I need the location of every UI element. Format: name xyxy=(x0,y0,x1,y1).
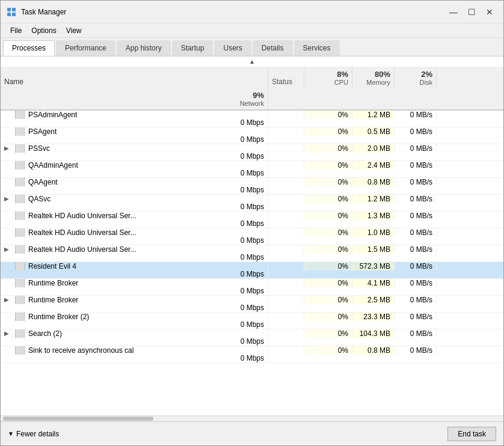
cell-status xyxy=(268,144,304,153)
cell-cpu: 0% xyxy=(304,228,352,237)
table-row[interactable]: Runtime Broker (2)0%23.3 MB0 MB/s0 Mbps xyxy=(1,313,503,329)
memory-label: Memory xyxy=(366,79,390,86)
cell-cpu: 0% xyxy=(304,111,352,119)
cell-memory: 2.0 MB xyxy=(352,144,395,153)
cell-name: ▶Realtek HD Audio Universal Ser... xyxy=(1,245,268,254)
table-row[interactable]: QAAdminAgent0%2.4 MB0 MB/s0 Mbps xyxy=(1,161,503,178)
menu-view[interactable]: View xyxy=(61,25,87,36)
table-body[interactable]: PSAdminAgent0%1.2 MB0 MB/s0 MbpsPSAgent0… xyxy=(1,111,503,415)
fewer-details-button[interactable]: ▼ Fewer details xyxy=(8,430,59,438)
table-row[interactable]: Realtek HD Audio Universal Ser...0%1.0 M… xyxy=(1,228,503,245)
minimize-button[interactable]: — xyxy=(446,6,461,18)
process-name: QASvc xyxy=(28,195,51,203)
table-row[interactable]: ▶PSSvc0%2.0 MB0 MB/s0 Mbps xyxy=(1,144,503,161)
cell-disk: 0 MB/s xyxy=(395,212,437,220)
chevron-down-icon: ▼ xyxy=(8,430,14,437)
cell-network: 0 Mbps xyxy=(1,338,268,346)
col-header-network[interactable]: 9% Network xyxy=(1,88,268,109)
cell-disk: 0 MB/s xyxy=(395,279,437,287)
expand-icon[interactable]: ▶ xyxy=(4,330,11,337)
process-icon xyxy=(15,195,25,203)
table-row[interactable]: Sink to receive asynchronous cal0%0.8 MB… xyxy=(1,346,503,363)
cell-disk: 0 MB/s xyxy=(395,178,437,186)
menu-file[interactable]: File xyxy=(5,25,26,36)
process-name: QAAdminAgent xyxy=(28,161,78,170)
tab-app-history[interactable]: App history xyxy=(117,40,171,56)
cell-status xyxy=(268,329,304,338)
tab-details[interactable]: Details xyxy=(253,40,293,56)
cell-disk: 0 MB/s xyxy=(395,161,437,170)
task-manager-window: Task Manager — ☐ ✕ File Options View Pro… xyxy=(0,0,504,446)
table-row[interactable]: PSAdminAgent0%1.2 MB0 MB/s0 Mbps xyxy=(1,111,503,127)
maximize-button[interactable]: ☐ xyxy=(464,6,479,18)
process-icon xyxy=(15,313,25,321)
end-task-button[interactable]: End task xyxy=(447,427,496,441)
cell-name: ▶QASvc xyxy=(1,195,268,203)
cell-disk: 0 MB/s xyxy=(395,262,437,270)
table-row[interactable]: Resident Evil 40%572.3 MB0 MB/s0 Mbps xyxy=(1,262,503,279)
title-bar: Task Manager — ☐ ✕ xyxy=(1,1,503,23)
expand-icon[interactable]: ▶ xyxy=(4,296,11,303)
table-row[interactable]: ▶Runtime Broker0%2.5 MB0 MB/s0 Mbps xyxy=(1,296,503,313)
process-name: PSAgent xyxy=(28,127,57,136)
process-icon xyxy=(15,111,25,119)
process-icon xyxy=(15,144,25,153)
process-name: Search (2) xyxy=(28,329,62,338)
process-icon xyxy=(15,279,25,287)
cell-disk: 0 MB/s xyxy=(395,228,437,237)
tab-startup[interactable]: Startup xyxy=(172,40,214,56)
disk-pct: 2% xyxy=(421,70,432,79)
menu-options[interactable]: Options xyxy=(26,25,61,36)
horizontal-scrollbar[interactable] xyxy=(1,415,503,421)
close-button[interactable]: ✕ xyxy=(482,6,497,18)
cell-status xyxy=(268,279,304,287)
tab-users[interactable]: Users xyxy=(214,40,251,56)
cell-name: ▶Runtime Broker xyxy=(1,296,268,304)
col-header-memory[interactable]: 80% Memory xyxy=(352,67,395,88)
cell-name: PSAgent xyxy=(1,127,268,136)
table-row[interactable]: ▶Search (2)0%104.3 MB0 MB/s0 Mbps xyxy=(1,329,503,346)
cell-status xyxy=(268,195,304,203)
cell-disk: 0 MB/s xyxy=(395,111,437,119)
network-pct: 9% xyxy=(253,91,264,100)
expand-icon[interactable]: ▶ xyxy=(4,246,11,252)
table-row[interactable]: QAAgent0%0.8 MB0 MB/s0 Mbps xyxy=(1,178,503,195)
cell-status xyxy=(268,228,304,237)
cell-name: Sink to receive asynchronous cal xyxy=(1,346,268,355)
cell-name: Realtek HD Audio Universal Ser... xyxy=(1,228,268,237)
cell-network: 0 Mbps xyxy=(1,237,268,245)
tab-processes[interactable]: Processes xyxy=(3,40,55,56)
col-header-status[interactable]: Status xyxy=(268,67,304,88)
cell-status xyxy=(268,262,304,270)
expand-icon[interactable]: ▶ xyxy=(4,195,11,202)
cell-memory: 4.1 MB xyxy=(352,279,395,287)
cell-network: 0 Mbps xyxy=(1,153,268,161)
cell-network: 0 Mbps xyxy=(1,321,268,329)
cell-cpu: 0% xyxy=(304,144,352,153)
table-row[interactable]: PSAgent0%0.5 MB0 MB/s0 Mbps xyxy=(1,127,503,144)
cell-disk: 0 MB/s xyxy=(395,144,437,153)
collapse-button[interactable]: ▲ xyxy=(249,58,255,65)
cell-status xyxy=(268,313,304,321)
cell-memory: 104.3 MB xyxy=(352,329,395,338)
col-header-disk[interactable]: 2% Disk xyxy=(395,67,437,88)
col-header-cpu[interactable]: 8% CPU xyxy=(304,67,352,88)
process-name: Runtime Broker xyxy=(28,296,78,304)
cell-network: 0 Mbps xyxy=(1,304,268,313)
network-label: Network xyxy=(240,100,264,107)
table-row[interactable]: Realtek HD Audio Universal Ser...0%1.3 M… xyxy=(1,212,503,228)
table-row[interactable]: ▶QASvc0%1.2 MB0 MB/s0 Mbps xyxy=(1,195,503,212)
table-row[interactable]: ▶Realtek HD Audio Universal Ser...0%1.5 … xyxy=(1,245,503,262)
cell-network: 0 Mbps xyxy=(1,119,268,127)
cell-memory: 572.3 MB xyxy=(352,262,395,270)
tab-performance[interactable]: Performance xyxy=(56,40,115,56)
process-name: Realtek HD Audio Universal Ser... xyxy=(28,245,136,254)
svg-rect-0 xyxy=(7,8,11,11)
col-header-name[interactable]: Name xyxy=(1,67,268,88)
process-name: Sink to receive asynchronous cal xyxy=(28,346,134,355)
cell-status xyxy=(268,161,304,170)
tab-services[interactable]: Services xyxy=(294,40,340,56)
process-name: QAAgent xyxy=(28,178,58,186)
expand-icon[interactable]: ▶ xyxy=(4,145,11,151)
table-row[interactable]: Runtime Broker0%4.1 MB0 MB/s0 Mbps xyxy=(1,279,503,296)
